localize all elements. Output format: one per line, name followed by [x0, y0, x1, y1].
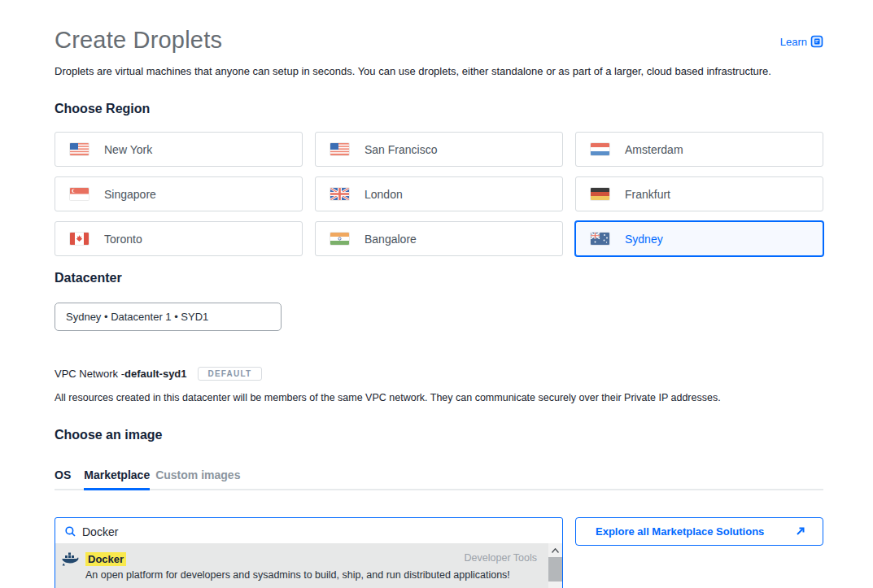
flag-australia-icon	[591, 233, 609, 245]
result-description: An open platform for developers and sysa…	[85, 569, 540, 581]
learn-book-icon	[810, 35, 823, 48]
region-label: San Francisco	[364, 143, 437, 156]
marketplace-search-input[interactable]	[82, 525, 554, 538]
vpc-network-row: VPC Network - default-syd1 DEFAULT	[55, 367, 823, 381]
flag-canada-icon	[70, 233, 89, 245]
choose-region-heading: Choose Region	[55, 102, 823, 116]
datacenter-heading: Datacenter	[55, 271, 823, 285]
region-label: Toronto	[104, 233, 142, 246]
flag-uk-icon	[330, 188, 349, 200]
result-name-highlighted: Docker	[85, 552, 126, 566]
search-icon	[65, 526, 76, 537]
flag-germany-icon	[591, 188, 609, 200]
datacenter-select[interactable]: Sydney • Datacenter 1 • SYD1	[55, 303, 282, 331]
choose-image-heading: Choose an image	[55, 428, 823, 442]
region-label: New York	[104, 143, 152, 156]
region-card-sydney[interactable]: Sydney	[575, 221, 823, 256]
region-card-bangalore[interactable]: Bangalore	[315, 221, 563, 256]
region-grid: New York San Francisco Amsterdam	[55, 132, 823, 256]
region-card-singapore[interactable]: Singapore	[55, 176, 303, 211]
flag-netherlands-icon	[591, 143, 609, 155]
search-results-dropdown: Docker Developer Tools An open platform …	[55, 543, 563, 588]
image-tabs: OS Marketplace Custom images	[55, 468, 823, 490]
vpc-network-name: default-syd1	[124, 368, 187, 380]
explore-marketplace-button[interactable]: Explore all Marketplace Solutions	[575, 517, 823, 546]
region-card-new-york[interactable]: New York	[55, 132, 303, 167]
region-label: London	[364, 188, 403, 201]
learn-link[interactable]: Learn	[780, 35, 823, 48]
page-header: Create Droplets Learn	[55, 27, 823, 54]
external-link-arrow-icon	[796, 527, 805, 536]
flag-singapore-icon	[70, 188, 89, 200]
region-label: Bangalore	[364, 233, 417, 246]
region-label: Amsterdam	[625, 143, 683, 156]
flag-us-icon	[330, 143, 349, 155]
page-title: Create Droplets	[55, 27, 222, 54]
vpc-default-badge: DEFAULT	[198, 367, 263, 381]
marketplace-search-row: Explore all Marketplace Solutions	[55, 517, 823, 546]
tab-os[interactable]: OS	[55, 468, 71, 490]
marketplace-search-box	[55, 517, 563, 546]
region-card-frankfurt[interactable]: Frankfurt	[575, 176, 823, 211]
region-label: Frankfurt	[625, 188, 670, 201]
region-card-toronto[interactable]: Toronto	[55, 221, 303, 256]
explore-marketplace-label: Explore all Marketplace Solutions	[596, 525, 764, 538]
region-card-san-francisco[interactable]: San Francisco	[315, 132, 563, 167]
flag-us-icon	[70, 143, 89, 155]
flag-india-icon	[330, 233, 349, 245]
tab-custom-images[interactable]: Custom images	[155, 468, 240, 490]
tab-marketplace[interactable]: Marketplace	[84, 468, 150, 490]
region-label: Sydney	[625, 233, 663, 246]
docker-whale-icon	[62, 552, 79, 566]
learn-link-label: Learn	[780, 36, 807, 48]
region-card-amsterdam[interactable]: Amsterdam	[575, 132, 823, 167]
result-text: Docker Developer Tools An open platform …	[85, 552, 540, 581]
vpc-description: All resources created in this datacenter…	[55, 392, 823, 403]
scrollbar-thumb[interactable]	[548, 557, 562, 581]
scrollbar-up-arrow-icon[interactable]	[548, 543, 562, 557]
result-category: Developer Tools	[465, 552, 537, 564]
page-subtitle: Droplets are virtual machines that anyon…	[55, 65, 823, 77]
datacenter-selected-value: Sydney • Datacenter 1 • SYD1	[66, 311, 208, 323]
dropdown-scrollbar[interactable]	[548, 543, 562, 588]
region-card-london[interactable]: London	[315, 176, 563, 211]
region-label: Singapore	[104, 188, 156, 201]
result-item-docker[interactable]: Docker Developer Tools An open platform …	[55, 543, 548, 588]
vpc-label: VPC Network -	[55, 368, 124, 380]
